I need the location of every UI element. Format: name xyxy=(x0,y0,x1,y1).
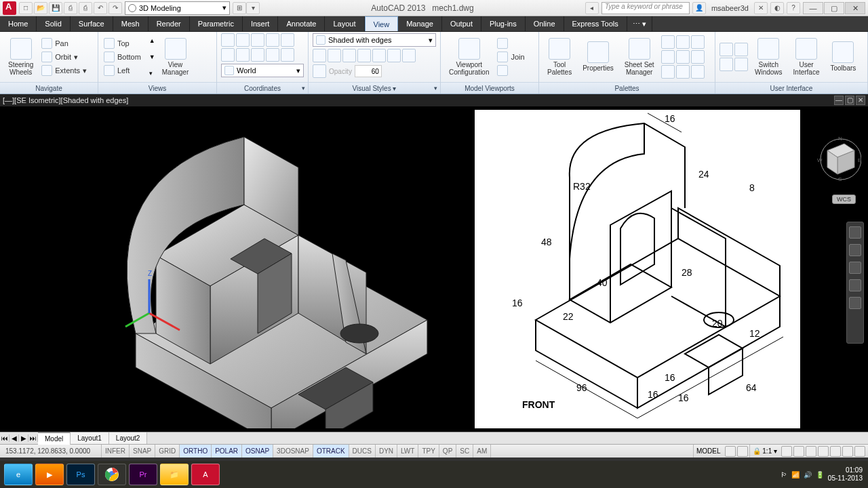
toggle-osnap[interactable]: OSNAP xyxy=(242,445,273,458)
tab-mesh[interactable]: Mesh xyxy=(113,16,149,31)
isolate-objects-icon[interactable] xyxy=(842,446,853,457)
palette-icon[interactable] xyxy=(691,35,705,49)
palette-icon[interactable] xyxy=(676,50,690,64)
ucs-icon[interactable] xyxy=(251,33,264,47)
user-interface-button[interactable]: User Interface xyxy=(789,37,824,78)
doc-close-icon[interactable]: ✕ xyxy=(856,96,865,105)
tab-overflow-icon[interactable]: ⋯ ▾ xyxy=(627,16,652,31)
tool-palettes-button[interactable]: Tool Palettes xyxy=(543,37,576,78)
view-left-button[interactable]: Left xyxy=(102,64,142,77)
toggle-snap[interactable]: SNAP xyxy=(130,445,155,458)
toggle-polar[interactable]: POLAR xyxy=(212,445,242,458)
model-space-indicator[interactable]: MODEL xyxy=(693,445,724,458)
pan-tool-icon[interactable] xyxy=(849,244,861,256)
taskbar-ie-icon[interactable]: e xyxy=(4,464,33,485)
qat-open-icon[interactable]: 📂 xyxy=(34,2,47,14)
hardware-accel-icon[interactable] xyxy=(830,446,841,457)
view-manager-button[interactable]: View Manager xyxy=(158,37,193,78)
exchange-icon[interactable]: ✕ xyxy=(754,2,768,14)
qat-plot-icon[interactable]: ⎙ xyxy=(79,2,92,14)
window-icon[interactable] xyxy=(719,43,733,56)
sheet-last-icon[interactable]: ⏭ xyxy=(28,434,38,442)
palette-icon[interactable] xyxy=(661,65,675,79)
qat-extra2-icon[interactable]: ▾ xyxy=(246,2,260,14)
toggle-am[interactable]: AM xyxy=(473,445,491,458)
tray-flag-icon[interactable]: 🏳 xyxy=(781,471,787,479)
vs-icon[interactable] xyxy=(328,49,341,62)
stayconnected-icon[interactable]: ◐ xyxy=(770,2,784,14)
doc-max-icon[interactable]: ▢ xyxy=(845,96,854,105)
infocenter-left-icon[interactable]: ◂ xyxy=(585,2,599,14)
workspace-selector[interactable]: 3D Modeling ▾ xyxy=(125,1,230,15)
toggle-lwt[interactable]: LWT xyxy=(397,445,418,458)
palette-icon[interactable] xyxy=(691,65,705,79)
taskbar-premiere-icon[interactable]: Pr xyxy=(129,464,157,485)
tab-solid[interactable]: Solid xyxy=(37,16,70,31)
tab-online[interactable]: Online xyxy=(526,16,564,31)
tab-annotate[interactable]: Annotate xyxy=(278,16,325,31)
toggle-3dosnap[interactable]: 3DOSNAP xyxy=(273,445,313,458)
palette-icon[interactable] xyxy=(661,50,675,64)
viewport-restore-button[interactable] xyxy=(496,64,526,77)
ucs-icon[interactable] xyxy=(281,48,294,62)
toggle-dyn[interactable]: DYN xyxy=(376,445,397,458)
tab-surface[interactable]: Surface xyxy=(71,16,113,31)
taskbar-clock[interactable]: 01:09 05-11-2013 xyxy=(828,466,863,483)
tab-manage[interactable]: Manage xyxy=(398,16,442,31)
search-input[interactable]: Type a keyword or phrase xyxy=(601,2,690,14)
doc-min-icon[interactable]: — xyxy=(834,96,844,105)
taskbar-autocad-icon[interactable]: A xyxy=(191,464,220,485)
window-icon[interactable] xyxy=(719,58,733,71)
toggle-ortho[interactable]: ORTHO xyxy=(180,445,212,458)
model-viewport[interactable]: Z xyxy=(7,110,461,428)
extents-button[interactable]: Extents ▾ xyxy=(40,64,88,77)
vs-icon[interactable] xyxy=(313,49,326,62)
ucs-icon[interactable] xyxy=(251,48,264,62)
window-icon[interactable] xyxy=(734,58,748,71)
restore-button[interactable]: ▢ xyxy=(824,2,844,14)
window-icon[interactable] xyxy=(734,43,748,56)
tab-express[interactable]: Express Tools xyxy=(564,16,627,31)
sheet-next-icon[interactable]: ▶ xyxy=(19,434,28,442)
view-scroll-up-icon[interactable]: ▲ xyxy=(149,37,155,44)
tab-layout[interactable]: Layout xyxy=(325,16,364,31)
tray-network-icon[interactable]: 📶 xyxy=(791,471,800,479)
ucs-icon[interactable] xyxy=(281,33,294,47)
viewport-config-button[interactable]: Viewport Configuration xyxy=(445,37,493,78)
vs-icon[interactable] xyxy=(387,49,401,62)
view-scroll-down-icon[interactable]: ▼ xyxy=(149,54,155,60)
palette-icon[interactable] xyxy=(691,50,705,64)
opacity-icon[interactable] xyxy=(313,64,326,78)
palette-icon[interactable] xyxy=(676,35,690,49)
annotation-autoscale-icon[interactable] xyxy=(793,446,804,457)
toolbar-lock-icon[interactable] xyxy=(818,446,829,457)
wcs-badge[interactable]: WCS xyxy=(832,195,856,204)
switch-windows-button[interactable]: Switch Windows xyxy=(751,37,787,78)
qat-undo-icon[interactable]: ↶ xyxy=(94,2,107,14)
tray-battery-icon[interactable]: 🔋 xyxy=(816,471,824,479)
vs-icon[interactable] xyxy=(357,49,371,62)
palette-icon[interactable] xyxy=(676,65,690,79)
tab-parametric[interactable]: Parametric xyxy=(190,16,243,31)
tab-output[interactable]: Output xyxy=(442,16,481,31)
taskbar-media-icon[interactable]: ▶ xyxy=(35,464,64,485)
toggle-ducs[interactable]: DUCS xyxy=(349,445,376,458)
view-expand-icon[interactable]: ▾ xyxy=(149,70,155,77)
steering-wheels-button[interactable]: Steering Wheels xyxy=(4,37,37,78)
qat-extra1-icon[interactable]: ⊞ xyxy=(233,2,246,14)
close-button[interactable]: ✕ xyxy=(845,2,865,14)
sheet-prev-icon[interactable]: ◀ xyxy=(9,434,19,442)
sheet-first-icon[interactable]: ⏮ xyxy=(0,434,9,442)
palette-icon[interactable] xyxy=(661,35,675,49)
showmotion-icon[interactable] xyxy=(849,297,861,309)
ucs-icon[interactable] xyxy=(221,48,235,62)
ucs-icon[interactable] xyxy=(266,48,279,62)
viewport-join-button[interactable]: Join xyxy=(496,51,526,63)
fullnav-wheel-icon[interactable] xyxy=(849,226,861,239)
viewcube[interactable]: N S E W xyxy=(814,134,861,181)
properties-button[interactable]: Properties xyxy=(578,40,618,74)
tab-view[interactable]: View xyxy=(365,16,399,31)
view-bottom-button[interactable]: Bottom xyxy=(102,51,142,63)
ucs-icon[interactable] xyxy=(221,33,235,47)
toggle-sc[interactable]: SC xyxy=(456,445,473,458)
